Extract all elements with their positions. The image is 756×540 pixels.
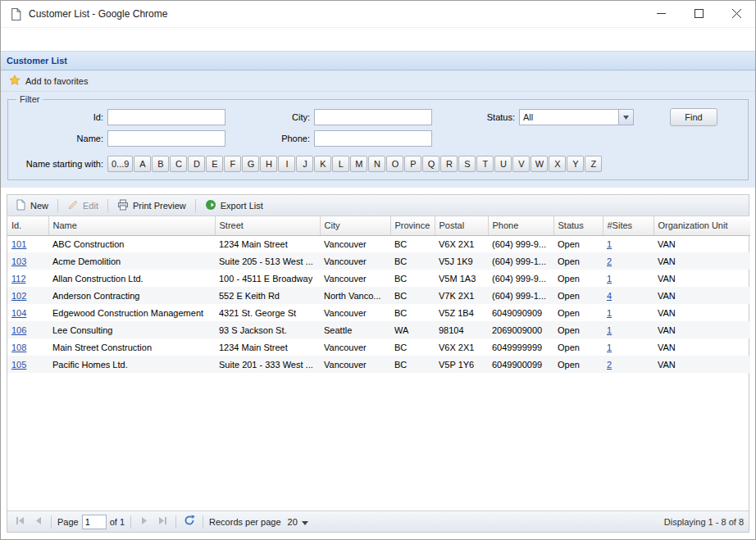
add-to-favorites[interactable]: Add to favorites [1, 70, 755, 92]
alpha-filter-button[interactable]: Q [422, 156, 439, 172]
edit-icon [67, 199, 79, 212]
page-number-input[interactable] [82, 515, 107, 529]
customer-id-link[interactable]: 102 [11, 291, 26, 301]
customer-id-link[interactable]: 106 [11, 325, 26, 335]
customer-id-link[interactable]: 101 [11, 239, 26, 249]
table-row[interactable]: 108 Main Street Construction 1234 Main S… [7, 338, 750, 356]
table-row[interactable]: 104 Edgewood Construction Management 432… [7, 304, 750, 321]
alpha-filter-button[interactable]: N [368, 156, 385, 172]
customer-id-link[interactable]: 105 [11, 360, 26, 370]
column-header[interactable]: Province [390, 216, 435, 235]
cell-name: ABC Construction [48, 235, 215, 252]
cell-org-unit: VAN [654, 270, 750, 287]
city-label: City: [225, 112, 310, 122]
status-selected-value: All [520, 110, 618, 125]
alpha-filter-button[interactable]: G [242, 156, 259, 172]
alpha-filter-button[interactable]: S [458, 156, 476, 172]
cell-id: 112 [7, 270, 48, 287]
alpha-filter-button[interactable]: O [386, 156, 403, 172]
customer-id-link[interactable]: 103 [11, 256, 26, 266]
alpha-filter-button[interactable]: R [440, 156, 458, 172]
alpha-filter-button[interactable]: P [404, 156, 421, 172]
cell-id: 108 [7, 338, 48, 356]
table-row[interactable]: 102 Anderson Contracting 552 E Keith Rd … [7, 287, 750, 304]
name-input[interactable] [107, 130, 225, 147]
edit-button[interactable]: Edit [62, 197, 103, 215]
alpha-filter-button[interactable]: Z [585, 156, 602, 172]
alpha-filter-button[interactable]: L [332, 156, 349, 172]
column-header[interactable]: Status [553, 216, 603, 235]
alpha-filter-button[interactable]: V [512, 156, 530, 172]
refresh-button[interactable] [182, 515, 197, 529]
cell-postal: V5P 1Y6 [435, 356, 488, 373]
last-page-button[interactable] [155, 515, 170, 529]
cell-city: Vancouver [320, 235, 390, 252]
alpha-filter-button[interactable]: M [350, 156, 367, 172]
alpha-filter-button[interactable]: D [188, 156, 205, 172]
id-input[interactable] [107, 109, 225, 125]
alpha-filter-button[interactable]: 0...9 [107, 156, 133, 172]
minimize-button[interactable] [642, 1, 680, 27]
table-row[interactable]: 101 ABC Construction 1234 Main Street Va… [7, 235, 750, 252]
cell-province: BC [390, 338, 435, 356]
customer-table: Id.NameStreetCityProvincePostalPhoneStat… [7, 216, 750, 373]
sites-count-link[interactable]: 1 [607, 325, 612, 335]
phone-input[interactable] [314, 130, 432, 147]
sites-count-link[interactable]: 1 [607, 239, 612, 249]
customer-id-link[interactable]: 104 [11, 308, 26, 318]
prev-page-button[interactable] [30, 515, 45, 529]
alpha-filter-button[interactable]: X [549, 156, 566, 172]
print-preview-button[interactable]: Print Preview [112, 197, 191, 215]
alpha-filter-button[interactable]: E [206, 156, 223, 172]
table-row[interactable]: 106 Lee Consulting 93 S Jackson St. Seat… [7, 321, 750, 338]
alpha-filter-button[interactable]: Y [567, 156, 584, 172]
alpha-filter-buttons: 0...9ABCDEFGHIJKLMNOPQRSTUVWXYZ [107, 156, 603, 172]
alpha-filter-button[interactable]: T [476, 156, 494, 172]
alpha-filter-button[interactable]: F [224, 156, 241, 172]
column-header[interactable]: City [320, 216, 390, 235]
alpha-filter-button[interactable]: K [314, 156, 331, 172]
sites-count-link[interactable]: 2 [607, 360, 612, 370]
table-row[interactable]: 112 Allan Construction Ltd. 100 - 4511 E… [7, 270, 750, 287]
city-input[interactable] [314, 109, 432, 125]
alpha-filter-button[interactable]: W [531, 156, 548, 172]
cell-name: Main Street Construction [48, 338, 215, 356]
find-button[interactable]: Find [670, 108, 717, 126]
alpha-filter-button[interactable]: C [170, 156, 187, 172]
table-row[interactable]: 103 Acme Demolition Suite 205 - 513 West… [7, 252, 750, 270]
next-page-button[interactable] [137, 515, 152, 529]
status-select[interactable]: All [519, 109, 634, 125]
sites-count-link[interactable]: 2 [607, 256, 612, 266]
new-button[interactable]: New [11, 197, 53, 215]
sites-count-link[interactable]: 4 [607, 291, 612, 301]
column-header[interactable]: Organization Unit [654, 216, 750, 235]
column-header[interactable]: #Sites [603, 216, 654, 235]
cell-status: Open [553, 270, 603, 287]
cell-postal: V7K 2X1 [435, 287, 488, 304]
cell-province: BC [390, 235, 435, 252]
alpha-filter-button[interactable]: B [152, 156, 169, 172]
column-header[interactable]: Id. [7, 216, 48, 235]
first-page-button[interactable] [12, 515, 27, 529]
alpha-filter-button[interactable]: I [278, 156, 295, 172]
records-per-page-select[interactable]: 20 [285, 517, 312, 527]
table-row[interactable]: 105 Pacific Homes Ltd. Suite 201 - 333 W… [7, 356, 750, 373]
alpha-filter-button[interactable]: J [296, 156, 313, 172]
column-header[interactable]: Postal [435, 216, 488, 235]
sites-count-link[interactable]: 1 [607, 343, 612, 352]
alpha-filter-button[interactable]: U [494, 156, 512, 172]
alpha-filter-button[interactable]: A [134, 156, 151, 172]
customer-id-link[interactable]: 108 [11, 343, 26, 352]
customer-id-link[interactable]: 112 [11, 274, 26, 284]
sites-count-link[interactable]: 1 [607, 274, 612, 284]
column-header[interactable]: Name [48, 216, 215, 235]
column-header[interactable]: Phone [488, 216, 553, 235]
export-list-button[interactable]: Export List [200, 197, 268, 215]
maximize-button[interactable] [680, 1, 717, 27]
close-button[interactable] [717, 1, 755, 27]
alpha-filter-button[interactable]: H [260, 156, 277, 172]
column-header[interactable]: Street [215, 216, 320, 235]
close-icon [732, 8, 741, 20]
sites-count-link[interactable]: 1 [607, 308, 612, 318]
grid-empty-area [7, 373, 749, 511]
